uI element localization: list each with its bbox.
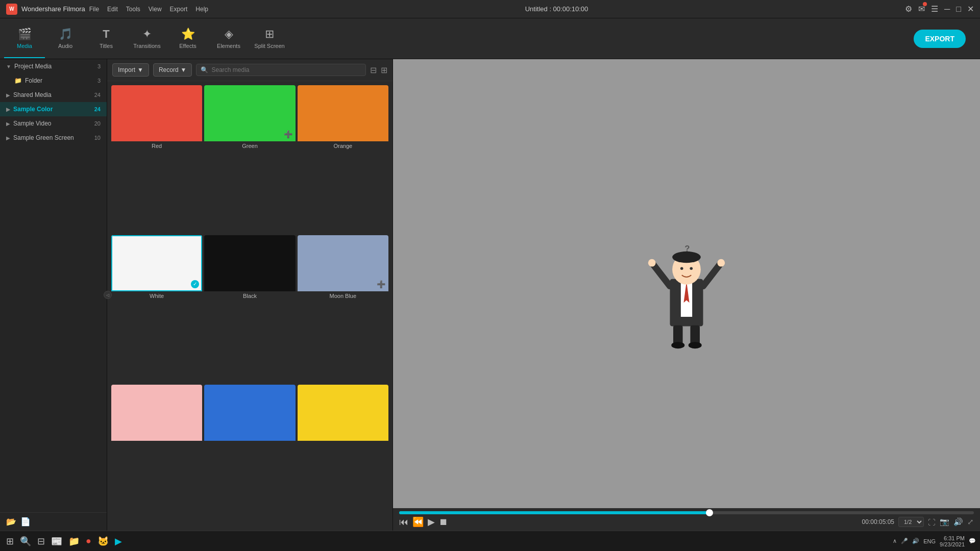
title-bar: W Wondershare Filmora File Edit Tools Vi… <box>0 0 980 18</box>
taskbar-app1[interactable]: 🐱 <box>95 534 111 549</box>
search-input[interactable] <box>211 66 361 73</box>
window-controls: ⚙ ✉ ☰ ─ □ ✕ <box>905 4 974 14</box>
media-thumb-green: ➕ <box>204 85 295 141</box>
taskbar-explorer[interactable]: 📁 <box>66 534 82 549</box>
toolbar-item-audio[interactable]: 🎵 Audio <box>45 19 86 58</box>
media-icon: 🎬 <box>18 28 32 41</box>
start-button[interactable]: ⊞ <box>4 534 16 549</box>
toolbar-item-elements[interactable]: ◈ Elements <box>208 19 249 58</box>
view-toggle-icon[interactable]: ⊞ <box>381 65 387 75</box>
taskview-button[interactable]: ⊟ <box>35 534 47 549</box>
import-dropdown-arrow[interactable]: ▼ <box>137 66 143 73</box>
clock: 6:31 PM 9/23/2021 <box>940 535 965 547</box>
media-card-green[interactable]: ➕ Green <box>204 85 295 233</box>
main-area: ▼ Project Media 3 📁 Folder 3 ▶ Shared Me… <box>0 59 980 531</box>
svg-point-5 <box>680 267 683 270</box>
menu-export[interactable]: Export <box>170 6 188 13</box>
import-button[interactable]: Import ▼ <box>112 63 149 77</box>
sidebar-item-project-media[interactable]: ▼ Project Media 3 <box>0 59 107 73</box>
maximize-button[interactable]: □ <box>956 5 961 14</box>
play-button[interactable]: ▶ <box>428 516 435 528</box>
taskbar-chrome[interactable]: ● <box>84 534 93 548</box>
record-dropdown-arrow[interactable]: ▼ <box>181 66 187 73</box>
media-card-yellow[interactable] <box>298 385 388 527</box>
media-card-label-black: Black <box>204 291 295 300</box>
notification-icon[interactable]: 💬 <box>969 538 976 544</box>
sidebar-label-sample-green-screen: Sample Green Screen <box>13 134 74 141</box>
effects-icon: ⭐ <box>181 28 195 41</box>
skip-back-button[interactable]: ⏮ <box>399 517 408 528</box>
sidebar-count-project-media: 3 <box>97 63 101 69</box>
close-button[interactable]: ✕ <box>967 4 974 14</box>
system-tray-arrow[interactable]: ∧ <box>893 538 897 544</box>
media-card-black[interactable]: Black <box>204 235 295 383</box>
toolbar-item-effects[interactable]: ⭐ Effects <box>167 19 208 58</box>
toolbar-item-media[interactable]: 🎬 Media <box>4 19 45 58</box>
media-card-orange[interactable]: Orange <box>298 85 388 233</box>
sidebar-count-sample-video: 20 <box>94 120 101 127</box>
svg-line-8 <box>703 265 720 286</box>
expand-icon[interactable]: ⤢ <box>967 517 974 527</box>
sidebar-item-shared-media[interactable]: ▶ Shared Media 24 <box>0 88 107 102</box>
menu-file[interactable]: File <box>89 6 99 13</box>
step-back-button[interactable]: ⏪ <box>412 516 424 528</box>
effects-label: Effects <box>179 43 196 49</box>
toolbar-item-titles[interactable]: T Titles <box>86 19 127 58</box>
mic-icon[interactable]: 🎤 <box>901 538 908 544</box>
fullscreen-icon[interactable]: ⛶ <box>928 518 936 527</box>
add-item-icon[interactable]: 📄 <box>20 517 31 527</box>
svg-point-14 <box>689 342 702 348</box>
toolbar-item-transitions[interactable]: ✦ Transitions <box>127 19 167 58</box>
media-card-red[interactable]: Red <box>111 85 202 233</box>
snapshot-icon[interactable]: 📷 <box>940 517 949 527</box>
sidebar-label-shared-media: Shared Media <box>13 91 52 98</box>
sidebar-count-folder: 3 <box>97 78 101 84</box>
svg-rect-12 <box>690 325 700 344</box>
preview-area: ? <box>393 59 980 508</box>
menu-tools[interactable]: Tools <box>126 6 140 13</box>
filter-icon[interactable]: ⊟ <box>370 65 377 75</box>
media-card-pink[interactable] <box>111 385 202 527</box>
progress-knob[interactable] <box>706 509 713 516</box>
menu-bar: File Edit Tools View Export Help <box>89 6 208 13</box>
preview-panel: ? ⏮ ⏪ ▶ ⏹ 00:00:05:05 1/2 1/1 1/4 <box>393 59 980 531</box>
sidebar-item-folder[interactable]: 📁 Folder 3 <box>0 73 107 88</box>
titles-icon: T <box>103 28 109 41</box>
taskbar-app2[interactable]: ▶ <box>113 534 124 549</box>
search-icon: 🔍 <box>201 66 208 73</box>
settings-icon[interactable]: ⚙ <box>905 4 912 14</box>
menu-view[interactable]: View <box>149 6 162 13</box>
expand-arrow-green-screen: ▶ <box>6 135 10 141</box>
volume-icon[interactable]: 🔊 <box>953 517 963 527</box>
progress-bar[interactable] <box>399 511 974 514</box>
sidebar-item-sample-color[interactable]: ▶ Sample Color 24 <box>0 102 107 116</box>
menu-help[interactable]: Help <box>195 6 208 13</box>
export-button[interactable]: EXPORT <box>914 30 966 48</box>
preview-controls: ⏮ ⏪ ▶ ⏹ 00:00:05:05 1/2 1/1 1/4 ⛶ 📷 🔊 ⤢ <box>393 508 980 531</box>
transitions-label: Transitions <box>133 43 160 49</box>
record-label: Record <box>159 66 179 73</box>
media-card-label-orange: Orange <box>298 141 388 151</box>
menu-icon[interactable]: ☰ <box>931 4 938 14</box>
media-thumb-red <box>111 85 202 141</box>
minimize-button[interactable]: ─ <box>944 5 950 14</box>
control-row: ⏮ ⏪ ▶ ⏹ 00:00:05:05 1/2 1/1 1/4 ⛶ 📷 🔊 ⤢ <box>399 516 974 528</box>
stop-button[interactable]: ⏹ <box>439 517 448 528</box>
sidebar-item-sample-video[interactable]: ▶ Sample Video 20 <box>0 116 107 131</box>
add-folder-icon[interactable]: 📂 <box>6 517 16 527</box>
mail-icon[interactable]: ✉ <box>918 4 925 14</box>
sidebar-item-sample-green-screen[interactable]: ▶ Sample Green Screen 10 <box>0 131 107 145</box>
toolbar-item-splitscreen[interactable]: ⊞ Split Screen <box>249 19 290 58</box>
media-card-blue[interactable] <box>204 385 295 527</box>
sidebar-count-shared-media: 24 <box>94 92 101 98</box>
record-button[interactable]: Record ▼ <box>153 63 192 77</box>
taskbar-widgets[interactable]: 📰 <box>49 534 64 549</box>
speaker-icon[interactable]: 🔊 <box>912 538 919 544</box>
zoom-select[interactable]: 1/2 1/1 1/4 <box>898 517 924 527</box>
search-taskbar-button[interactable]: 🔍 <box>18 534 33 549</box>
collapse-panel-button[interactable]: ◁ <box>104 291 112 299</box>
media-card-moon-blue[interactable]: ➕ Moon Blue <box>298 235 388 383</box>
add-icon-green: ➕ <box>284 130 292 138</box>
menu-edit[interactable]: Edit <box>107 6 118 13</box>
media-card-white[interactable]: ✓ White <box>111 235 202 383</box>
